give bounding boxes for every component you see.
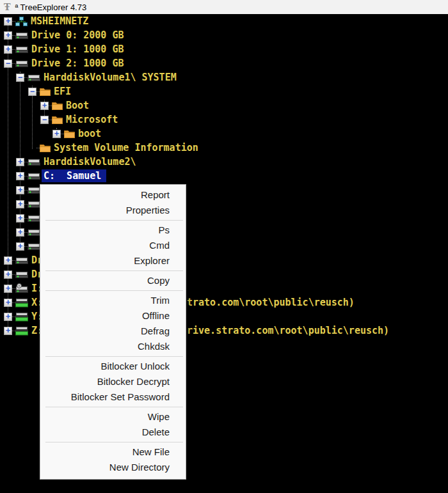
tree-item-label: boot xyxy=(78,128,101,139)
menu-item-bitlocker-decrypt[interactable]: Bitlocker Decrypt xyxy=(40,374,186,389)
drive-disc-icon xyxy=(15,283,28,293)
menu-item-bitlocker-unlock[interactable]: Bitlocker Unlock xyxy=(40,359,186,374)
tree-item-label: System Volume Information xyxy=(54,142,198,153)
expand-toggle-icon[interactable]: + xyxy=(4,285,12,293)
expand-toggle-icon[interactable]: + xyxy=(40,102,49,110)
tree-row-c-samuel[interactable]: +C: Samuel xyxy=(0,169,448,183)
drive-icon xyxy=(28,228,40,237)
tree-row-drive-2-1000-gb[interactable]: −Drive 2: 1000 GB xyxy=(0,56,448,70)
tree-item-label: EFI xyxy=(54,86,71,97)
menu-item-cmd[interactable]: Cmd xyxy=(40,238,186,253)
expand-toggle-icon[interactable]: + xyxy=(4,31,12,40)
expand-toggle-icon[interactable]: + xyxy=(4,256,12,265)
tree-row-drive-1-1000-gb[interactable]: +Drive 1: 1000 GB xyxy=(0,42,448,56)
expand-toggle-icon[interactable]: + xyxy=(4,299,12,307)
tree-item-label: Drive 2: 1000 GB xyxy=(31,58,124,69)
tree-item-label: Drive 0: 2000 GB xyxy=(31,29,124,41)
drive-icon xyxy=(15,270,28,279)
menu-item-chkdsk[interactable]: Chkdsk xyxy=(40,339,186,354)
tree-item-label: HarddiskVolume2\ xyxy=(44,156,136,168)
context-menu: ReportPropertiesPsCmdExplorerCopyTrimOff… xyxy=(40,184,186,480)
drive-icon xyxy=(15,45,28,54)
expand-toggle-icon[interactable]: + xyxy=(16,228,24,237)
drive-icon xyxy=(28,185,40,194)
menu-item-new-file[interactable]: New File xyxy=(40,444,186,460)
menu-item-bitlocker-set-password[interactable]: Bitlocker Set Password xyxy=(40,389,186,405)
collapse-toggle-icon[interactable]: − xyxy=(4,59,12,68)
drive-icon xyxy=(28,242,40,251)
drive-icon xyxy=(15,256,28,265)
tree-row-msheimnetz[interactable]: +MSHEIMNETZ xyxy=(0,14,448,28)
drive-green-icon xyxy=(15,312,28,322)
drive-icon xyxy=(28,214,40,223)
drive-icon xyxy=(15,31,28,40)
folder-icon xyxy=(40,88,51,96)
menu-item-explorer[interactable]: Explorer xyxy=(40,253,186,269)
menu-separator xyxy=(45,290,183,291)
expand-toggle-icon[interactable]: + xyxy=(4,270,12,279)
expand-toggle-icon[interactable]: + xyxy=(16,242,24,251)
folder-icon xyxy=(40,144,51,152)
menu-separator xyxy=(45,407,183,407)
expand-toggle-icon[interactable]: + xyxy=(4,17,12,26)
collapse-toggle-icon[interactable]: − xyxy=(40,116,49,124)
menu-separator xyxy=(45,442,183,442)
tree-row-harddiskvolume1-system[interactable]: −HarddiskVolume1\ SYSTEM xyxy=(0,70,448,84)
menu-item-copy[interactable]: Copy xyxy=(40,273,186,288)
tree-row-system-volume-information[interactable]: System Volume Information xyxy=(0,141,448,155)
drive-green-icon xyxy=(15,298,28,308)
tree-row-drive-0-2000-gb[interactable]: +Drive 0: 2000 GB xyxy=(0,28,448,42)
tree-item-label-fragment: rive.strato.com\root\public\reusch) xyxy=(187,324,389,338)
tree-item-label: C: Samuel xyxy=(42,169,106,182)
folder-icon xyxy=(52,116,63,124)
menu-item-properties[interactable]: Properties xyxy=(40,203,186,218)
drive-green-icon xyxy=(15,326,28,336)
menu-item-offline[interactable]: Offline xyxy=(40,308,186,324)
collapse-toggle-icon[interactable]: − xyxy=(16,74,24,82)
tree-row-harddiskvolume2[interactable]: +HarddiskVolume2\ xyxy=(0,155,448,169)
tree-item-label: Drive 1: 1000 GB xyxy=(31,43,124,55)
network-icon xyxy=(15,17,28,26)
drive-icon xyxy=(28,73,40,82)
tree-row-microsoft[interactable]: −Microsoft xyxy=(0,113,448,127)
app-icon: Ŧ xyxy=(4,2,10,12)
tree-item-label: HarddiskVolume1\ SYSTEM xyxy=(44,72,177,83)
expand-toggle-icon[interactable]: + xyxy=(16,172,24,180)
tree-row-boot[interactable]: +Boot xyxy=(0,98,448,113)
menu-separator xyxy=(45,356,183,357)
menu-item-ps[interactable]: Ps xyxy=(40,223,186,238)
expand-toggle-icon[interactable]: + xyxy=(4,327,12,335)
menu-separator xyxy=(45,270,183,271)
drive-icon xyxy=(28,171,40,180)
drive-icon xyxy=(15,59,28,68)
tree-row-boot[interactable]: +boot xyxy=(0,127,448,141)
tree-item-label: Microsoft xyxy=(66,114,118,125)
expand-toggle-icon[interactable]: + xyxy=(52,130,61,138)
drive-icon xyxy=(28,200,40,208)
drive-icon xyxy=(28,157,40,166)
title-bar: Ŧ ª TreeExplorer 4.73 xyxy=(0,0,448,14)
menu-separator xyxy=(45,220,183,221)
tree-item-label-fragment: trato.com\root\public\reusch) xyxy=(187,295,355,309)
folder-icon xyxy=(52,102,63,110)
folder-icon xyxy=(64,130,75,138)
tree-row-efi[interactable]: −EFI xyxy=(0,84,448,98)
collapse-toggle-icon[interactable]: − xyxy=(28,88,36,96)
window-title: ª TreeExplorer 4.73 xyxy=(15,3,86,12)
expand-toggle-icon[interactable]: + xyxy=(16,158,24,166)
expand-toggle-icon[interactable]: + xyxy=(16,186,24,194)
menu-item-report[interactable]: Report xyxy=(40,187,186,203)
tree-item-label: MSHEIMNETZ xyxy=(31,15,88,27)
menu-item-wipe[interactable]: Wipe xyxy=(40,409,186,425)
menu-item-trim[interactable]: Trim xyxy=(40,293,186,308)
expand-toggle-icon[interactable]: + xyxy=(4,313,12,321)
menu-item-defrag[interactable]: Defrag xyxy=(40,324,186,339)
expand-toggle-icon[interactable]: + xyxy=(16,200,24,208)
menu-item-delete[interactable]: Delete xyxy=(40,425,186,440)
tree-item-label: Boot xyxy=(66,100,89,111)
expand-toggle-icon[interactable]: + xyxy=(4,45,12,54)
menu-item-new-directory[interactable]: New Directory xyxy=(40,460,186,475)
expand-toggle-icon[interactable]: + xyxy=(16,214,24,223)
